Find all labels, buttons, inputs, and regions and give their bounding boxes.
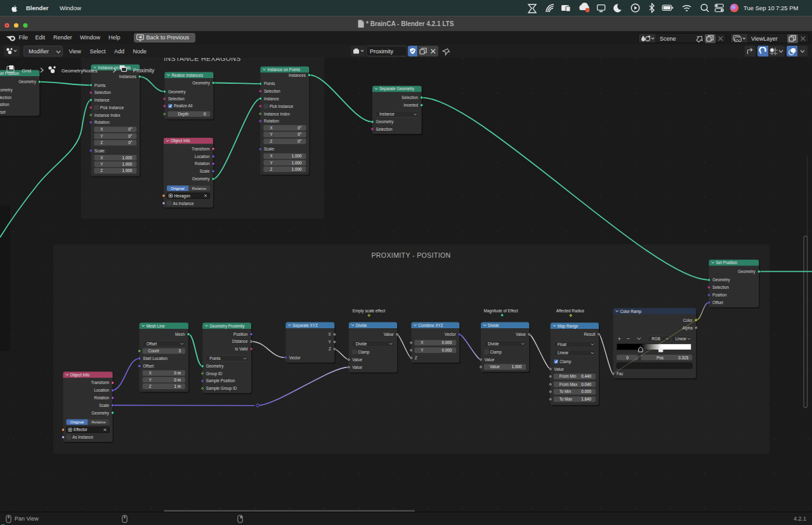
svg-text:Position: Position bbox=[233, 332, 248, 336]
svg-text:0.000: 0.000 bbox=[442, 348, 452, 352]
svg-text:Scale:: Scale: bbox=[264, 147, 275, 151]
svg-text:Geometry: Geometry bbox=[376, 119, 394, 124]
svg-text:Group ID: Group ID bbox=[206, 371, 223, 376]
svg-text:Value: Value bbox=[485, 357, 495, 362]
svg-text:Divide: Divide bbox=[356, 323, 367, 328]
svg-text:0: 0 bbox=[204, 112, 206, 116]
svg-text:Mesh: Mesh bbox=[175, 332, 185, 336]
svg-text:0.000: 0.000 bbox=[442, 340, 452, 345]
svg-text:Selection: Selection bbox=[264, 89, 280, 93]
svg-text:Color Ramp: Color Ramp bbox=[620, 309, 642, 314]
svg-text:Rotation:: Rotation: bbox=[264, 119, 280, 123]
svg-text:Z: Z bbox=[100, 140, 103, 145]
svg-text:Result: Result bbox=[584, 332, 596, 336]
svg-text:Offset:: Offset: bbox=[143, 364, 155, 368]
svg-text:Geometry: Geometry bbox=[168, 90, 186, 95]
svg-text:+: + bbox=[618, 336, 621, 342]
svg-text:Geometry: Geometry bbox=[0, 88, 13, 93]
svg-text:0°: 0° bbox=[128, 127, 133, 131]
svg-text:PROXIMITY - POSITION: PROXIMITY - POSITION bbox=[371, 251, 450, 259]
svg-text:Selection: Selection bbox=[0, 95, 11, 100]
svg-text:Sample Position: Sample Position bbox=[206, 378, 235, 383]
svg-text:Clamp: Clamp bbox=[560, 359, 572, 364]
svg-text:Selection: Selection bbox=[712, 285, 729, 289]
svg-text:0°: 0° bbox=[298, 139, 302, 143]
svg-text:Pos: Pos bbox=[657, 356, 664, 360]
svg-text:Set Position: Set Position bbox=[0, 71, 20, 76]
svg-text:Instance: Instance bbox=[95, 98, 110, 102]
svg-text:Clamp: Clamp bbox=[358, 350, 370, 355]
svg-text:Location: Location bbox=[195, 154, 210, 159]
svg-text:Vector: Vector bbox=[445, 332, 456, 336]
svg-text:0.000: 0.000 bbox=[581, 389, 591, 394]
svg-text:Z: Z bbox=[270, 139, 272, 143]
svg-text:1 m: 1 m bbox=[174, 384, 181, 389]
svg-text:Instances: Instances bbox=[289, 73, 306, 77]
svg-text:Scale:: Scale: bbox=[95, 149, 106, 153]
svg-text:Z: Z bbox=[415, 356, 417, 360]
svg-text:Transform: Transform bbox=[192, 147, 209, 151]
svg-text:Color: Color bbox=[683, 318, 693, 322]
svg-text:Instance Index: Instance Index bbox=[95, 113, 121, 117]
svg-text:Points: Points bbox=[95, 83, 106, 88]
svg-text:−: − bbox=[627, 335, 630, 342]
svg-text:INSTANCE HEXAGONS: INSTANCE HEXAGONS bbox=[164, 58, 241, 62]
svg-text:Mesh Line: Mesh Line bbox=[147, 324, 166, 328]
svg-text:Pick Instance: Pick Instance bbox=[100, 105, 124, 110]
svg-text:1.000: 1.000 bbox=[511, 364, 521, 369]
svg-text:Affected Radius: Affected Radius bbox=[556, 309, 584, 313]
svg-text:Separate XYZ: Separate XYZ bbox=[292, 323, 318, 328]
svg-text:Scale: Scale bbox=[99, 403, 109, 408]
svg-text:1.000: 1.000 bbox=[292, 161, 302, 165]
svg-text:Instance on Points: Instance on Points bbox=[267, 67, 300, 72]
svg-text:Z: Z bbox=[149, 384, 152, 389]
svg-text:Rotation: Rotation bbox=[195, 161, 210, 166]
svg-text:0°: 0° bbox=[128, 140, 133, 145]
svg-text:Relative: Relative bbox=[192, 186, 207, 190]
svg-text:Instances: Instances bbox=[119, 74, 136, 79]
svg-text:Instance: Instance bbox=[379, 112, 395, 116]
svg-text:Linear: Linear bbox=[558, 350, 569, 355]
svg-text:Selection: Selection bbox=[376, 127, 393, 131]
svg-text:Effector: Effector bbox=[74, 427, 88, 432]
svg-text:Original: Original bbox=[70, 420, 84, 424]
svg-text:Offset: Offset bbox=[712, 300, 723, 305]
svg-text:Float: Float bbox=[558, 342, 566, 347]
svg-text:0.040: 0.040 bbox=[581, 382, 591, 387]
svg-text:Z: Z bbox=[329, 347, 331, 351]
svg-text:Geometry: Geometry bbox=[712, 277, 730, 282]
svg-text:Inverted: Inverted bbox=[403, 103, 418, 107]
svg-text:Instance Index: Instance Index bbox=[264, 112, 291, 116]
svg-text:Magnitude of Effect: Magnitude of Effect bbox=[483, 309, 518, 314]
svg-text:0°: 0° bbox=[298, 132, 302, 136]
svg-text:Scale: Scale bbox=[200, 169, 210, 173]
svg-text:1.000: 1.000 bbox=[122, 162, 133, 166]
svg-text:Vector: Vector bbox=[289, 356, 301, 360]
svg-text:Rotation: Rotation bbox=[95, 395, 110, 400]
svg-text:Sample Group ID: Sample Group ID bbox=[206, 386, 237, 391]
svg-text:Location: Location bbox=[94, 388, 109, 392]
svg-text:From Min: From Min bbox=[560, 374, 577, 378]
svg-text:Grid: Grid bbox=[22, 68, 31, 74]
svg-text:Depth: Depth bbox=[178, 112, 188, 117]
svg-text:1.000: 1.000 bbox=[292, 154, 302, 158]
svg-text:Set Position: Set Position bbox=[716, 260, 738, 265]
svg-text:Geometry: Geometry bbox=[192, 176, 210, 182]
svg-text:Value: Value bbox=[490, 364, 500, 369]
svg-text:Rotation:: Rotation: bbox=[95, 120, 110, 124]
svg-text:GeometryNodes: GeometryNodes bbox=[62, 68, 98, 74]
svg-text:Pick Instance: Pick Instance bbox=[270, 104, 294, 109]
svg-text:Value: Value bbox=[516, 332, 526, 336]
svg-text:To Max: To Max bbox=[560, 397, 573, 401]
svg-text:As Instance: As Instance bbox=[173, 201, 194, 206]
svg-text:From Max: From Max bbox=[560, 382, 578, 387]
svg-text:Geometry: Geometry bbox=[206, 364, 224, 369]
svg-text:0°: 0° bbox=[128, 134, 133, 138]
svg-text:Z: Z bbox=[270, 167, 272, 171]
svg-text:Value: Value bbox=[384, 332, 394, 336]
svg-text:Start Location: Start Location bbox=[143, 356, 167, 361]
svg-text:Divide: Divide bbox=[356, 342, 367, 346]
svg-text:Geometry: Geometry bbox=[91, 411, 109, 416]
svg-text:Count: Count bbox=[148, 349, 159, 353]
svg-text:1.000: 1.000 bbox=[122, 168, 133, 173]
